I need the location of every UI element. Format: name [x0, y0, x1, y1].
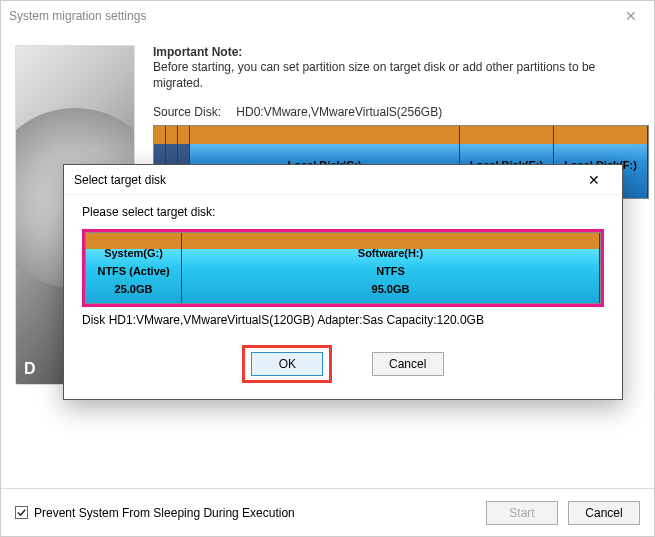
- note-body: Before starting, you can set partition s…: [153, 59, 642, 91]
- prevent-sleep-checkbox[interactable]: [15, 506, 28, 519]
- modal-prompt: Please select target disk:: [82, 205, 604, 219]
- target-part-g[interactable]: System(G:) NTFS (Active) 25.0GB: [86, 233, 182, 303]
- note-title: Important Note:: [153, 45, 642, 59]
- select-target-dialog: Select target disk ✕ Please select targe…: [63, 164, 623, 400]
- main-titlebar: System migration settings ✕: [1, 1, 654, 31]
- part-h-size: 95.0GB: [368, 283, 414, 295]
- part-h-fs: NTFS: [372, 265, 409, 277]
- part-g-fs: NTFS (Active): [93, 265, 173, 277]
- main-cancel-button[interactable]: Cancel: [568, 501, 640, 525]
- part-g-name: System(G:): [100, 247, 167, 259]
- start-button[interactable]: Start: [486, 501, 558, 525]
- source-label: Source Disk:: [153, 105, 233, 119]
- target-part-h[interactable]: Software(H:) NTFS 95.0GB: [182, 233, 600, 303]
- source-row: Source Disk: HD0:VMware,VMwareVirtualS(2…: [153, 105, 642, 119]
- source-value: HD0:VMware,VMwareVirtualS(256GB): [236, 105, 442, 119]
- target-disk-highlight: System(G:) NTFS (Active) 25.0GB Software…: [82, 229, 604, 307]
- modal-buttons: OK Cancel: [82, 345, 604, 383]
- main-close-icon[interactable]: ✕: [616, 8, 646, 24]
- modal-titlebar: Select target disk ✕: [64, 165, 622, 195]
- part-g-size: 25.0GB: [111, 283, 157, 295]
- modal-close-icon[interactable]: ✕: [576, 166, 612, 194]
- ok-button[interactable]: OK: [251, 352, 323, 376]
- prevent-sleep-label: Prevent System From Sleeping During Exec…: [34, 506, 295, 520]
- modal-cancel-button[interactable]: Cancel: [372, 352, 444, 376]
- target-disk-bar[interactable]: System(G:) NTFS (Active) 25.0GB Software…: [85, 232, 601, 304]
- ok-button-highlight: OK: [242, 345, 332, 383]
- modal-body: Please select target disk: System(G:) NT…: [64, 195, 622, 393]
- target-disk-info: Disk HD1:VMware,VMwareVirtualS(120GB) Ad…: [82, 313, 604, 327]
- modal-title: Select target disk: [74, 173, 166, 187]
- main-title: System migration settings: [9, 9, 146, 23]
- hdd-label: D: [24, 360, 36, 378]
- part-h-name: Software(H:): [354, 247, 427, 259]
- bottom-bar: Prevent System From Sleeping During Exec…: [1, 488, 654, 536]
